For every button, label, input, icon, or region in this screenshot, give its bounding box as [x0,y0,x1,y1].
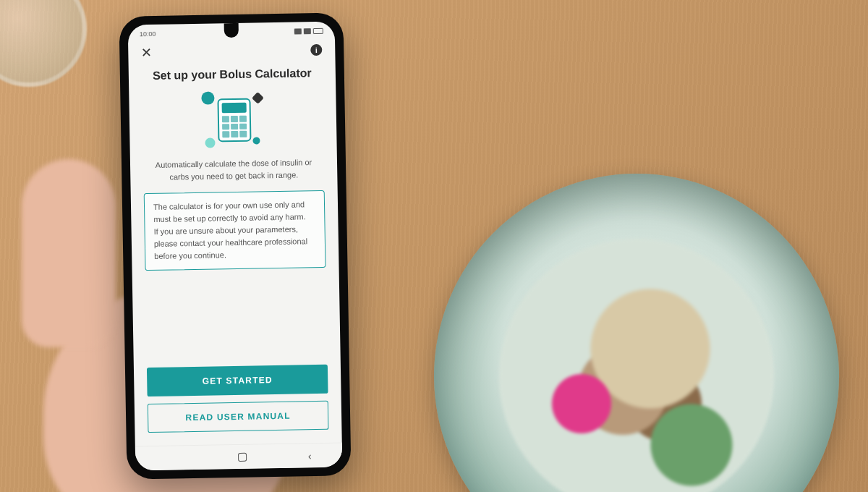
status-time: 10:00 [140,30,156,38]
nav-back-icon[interactable]: ‹ [308,450,312,462]
read-manual-button[interactable]: READ USER MANUAL [148,401,329,433]
description-text: Automatically calculate the dose of insu… [143,156,325,183]
wifi-icon [304,28,311,34]
warning-box: The calculator is for your own use only … [144,190,326,271]
background-bowl [434,174,839,492]
phone-screen: 10:00 ✕ i Set up your Bolus Calculator [128,22,343,471]
warning-text-2: If you are unsure about your parameters,… [154,225,308,261]
android-nav-bar: ‹ [135,442,343,470]
get-started-button[interactable]: GET STARTED [147,365,328,396]
signal-icon [294,28,302,34]
calculator-illustration-icon [200,90,265,150]
nav-home-icon[interactable] [238,452,247,461]
background-glass [0,0,87,87]
warning-text-1: The calculator is for your own use only … [153,200,306,224]
page-title: Set up your Bolus Calculator [142,67,323,82]
battery-icon [313,28,323,34]
phone-frame: 10:00 ✕ i Set up your Bolus Calculator [119,12,351,479]
close-icon[interactable]: ✕ [141,45,152,61]
nav-recents-icon[interactable] [166,457,176,459]
info-icon[interactable]: i [310,44,322,56]
content-area: Set up your Bolus Calculator Automatical… [129,59,342,446]
